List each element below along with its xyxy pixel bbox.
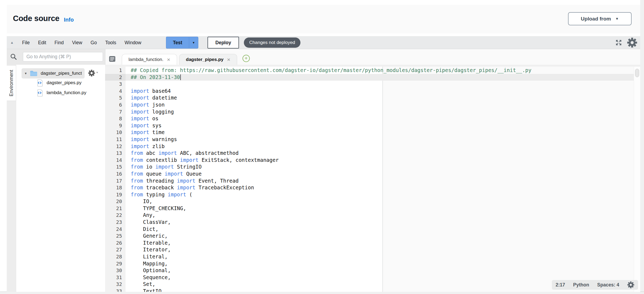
line-number: 15 <box>105 163 126 170</box>
upload-from-label: Upload from <box>581 16 611 22</box>
tab-label: lambda_function. <box>129 57 163 62</box>
tree-file-lambda_function-py[interactable]: lambda_function.py <box>37 89 86 97</box>
code-line: ## On 2023-11-30 <box>131 74 531 81</box>
test-button[interactable]: Test <box>166 37 189 49</box>
tab-label: dagster_pipes.py <box>186 57 224 62</box>
line-number: 4 <box>105 88 126 95</box>
tree-gear-icon[interactable] <box>88 70 95 77</box>
line-number: 6 <box>105 101 126 108</box>
code-line: TYPE_CHECKING, <box>131 205 531 212</box>
page-background-right <box>640 0 644 294</box>
line-number: 18 <box>105 184 126 191</box>
page-background-bottom <box>0 292 644 294</box>
tree-file-label: lambda_function.py <box>47 90 86 95</box>
code-line: import datetime <box>131 94 531 101</box>
card-header: Code source Info Upload from ▼ <box>7 5 640 33</box>
tree-file-dagster_pipes-py[interactable]: dagster_pipes.py <box>37 79 81 87</box>
menu-item-window[interactable]: Window <box>124 40 141 46</box>
code-line: Set, <box>131 281 531 288</box>
tree-folder-row[interactable]: ▼ dagster_pipes_funct <box>22 68 85 78</box>
tree-gear-caret-icon[interactable]: ▼ <box>96 71 98 74</box>
indent-setting[interactable]: Spaces: 4 <box>597 282 619 288</box>
code-content[interactable]: ## Copied from: https://raw.githubuserco… <box>126 67 531 292</box>
code-line: TextIO <box>131 288 531 292</box>
line-number: 8 <box>105 115 126 122</box>
menu-item-edit[interactable]: Edit <box>38 40 46 46</box>
collapse-panel-icon[interactable]: ▲ <box>10 36 14 49</box>
code-line: Optional, <box>131 267 531 274</box>
file-tree: ▼ dagster_pipes_funct ▼ dagster_pipes.py… <box>16 65 105 292</box>
code-line: import warnings <box>131 136 531 143</box>
test-dropdown-button[interactable]: ▼ <box>189 37 198 49</box>
status-badge: Changes not deployed <box>244 37 300 48</box>
ide-menubar: ▲ FileEditFindViewGoToolsWindow Test ▼ D… <box>7 36 640 49</box>
vertical-scrollbar[interactable] <box>634 67 640 292</box>
folder-expand-icon[interactable]: ▼ <box>24 72 27 75</box>
menu-item-find[interactable]: Find <box>54 40 64 46</box>
gear-icon[interactable] <box>627 37 637 48</box>
page-title: Code source <box>13 14 59 23</box>
fullscreen-icon[interactable] <box>615 39 622 46</box>
menu-item-go[interactable]: Go <box>91 40 97 46</box>
menu-item-file[interactable]: File <box>22 40 30 46</box>
code-line: ## Copied from: https://raw.githubuserco… <box>131 67 531 74</box>
editor-tabstrip: lambda_function.×dagster_pipes.py×+ <box>105 49 640 65</box>
code-line: Any, <box>131 212 531 219</box>
line-number: 29 <box>105 260 126 267</box>
code-file-icon <box>37 79 43 87</box>
line-number: 26 <box>105 240 126 247</box>
goto-anything-input[interactable] <box>23 52 103 61</box>
menu-item-view[interactable]: View <box>72 40 82 46</box>
language-mode[interactable]: Python <box>573 282 589 288</box>
tabs: lambda_function.×dagster_pipes.py×+ <box>122 54 250 65</box>
editor-tab-lambda_function-[interactable]: lambda_function.× <box>122 54 177 65</box>
menu-items: FileEditFindViewGoToolsWindow <box>22 36 141 49</box>
code-line: import logging <box>131 108 531 115</box>
upload-from-button[interactable]: Upload from ▼ <box>568 12 632 25</box>
line-number: 23 <box>105 219 126 226</box>
info-link[interactable]: Info <box>64 17 74 23</box>
code-line: Mapping, <box>131 260 531 267</box>
cursor-position[interactable]: 2:17 <box>556 282 565 288</box>
text-cursor <box>180 74 181 80</box>
code-file-icon <box>37 89 43 97</box>
code-line: Generic, <box>131 233 531 240</box>
code-line: IO, <box>131 198 531 205</box>
deploy-button[interactable]: Deploy <box>207 37 239 49</box>
line-number: 13 <box>105 150 126 157</box>
code-line: import time <box>131 129 531 136</box>
editor-tab-dagster_pipes-py[interactable]: dagster_pipes.py× <box>179 54 237 65</box>
code-line: Dict, <box>131 226 531 233</box>
code-editor[interactable]: 1234567891011121314151617181920212223242… <box>105 67 640 292</box>
environment-tab[interactable]: Environment <box>7 65 16 101</box>
new-tab-button[interactable]: + <box>243 55 250 62</box>
line-number: 9 <box>105 122 126 129</box>
line-number: 33 <box>105 288 126 292</box>
code-line: Iterable, <box>131 240 531 247</box>
code-line <box>131 81 531 88</box>
code-line: from abc import ABC, abstractmethod <box>131 150 531 157</box>
line-number: 32 <box>105 281 126 288</box>
line-number: 12 <box>105 143 126 150</box>
line-number: 30 <box>105 267 126 274</box>
code-line: import sys <box>131 122 531 129</box>
menu-item-tools[interactable]: Tools <box>105 40 116 46</box>
editor-statusbar: 2:17 Python Spaces: 4 <box>552 280 638 290</box>
code-line: import os <box>131 115 531 122</box>
tab-list-icon[interactable] <box>109 56 115 62</box>
line-numbers: 1234567891011121314151617181920212223242… <box>105 67 126 292</box>
line-number: 7 <box>105 108 126 115</box>
search-icon <box>10 53 18 61</box>
tree-file-label: dagster_pipes.py <box>47 80 81 86</box>
tab-close-icon[interactable]: × <box>227 57 230 62</box>
settings-gear-icon[interactable] <box>627 281 634 288</box>
code-line: Sequence, <box>131 274 531 281</box>
line-number: 28 <box>105 253 126 260</box>
chevron-down-icon: ▼ <box>615 17 619 21</box>
code-line: ClassVar, <box>131 219 531 226</box>
folder-icon <box>30 70 38 77</box>
code-line: Literal, <box>131 253 531 260</box>
tab-close-icon[interactable]: × <box>167 57 170 62</box>
tree-folder-label: dagster_pipes_funct <box>41 71 82 76</box>
scrollbar-thumb[interactable] <box>635 69 639 77</box>
